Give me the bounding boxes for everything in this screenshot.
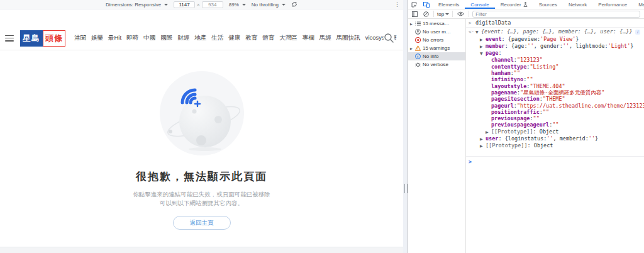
- collapse-arrow-icon[interactable]: ▼: [480, 50, 486, 57]
- tab-sources[interactable]: Sources: [533, 0, 563, 9]
- expander-icon[interactable]: ▶: [409, 22, 413, 26]
- info-badge-icon[interactable]: i: [635, 30, 640, 35]
- sidebar-filter-no-user-m-[interactable]: No user m…: [408, 28, 465, 36]
- console-text-segment: "Listing": [530, 64, 558, 70]
- console-text-segment: '': [563, 43, 569, 49]
- tab-performance[interactable]: Performance: [592, 0, 633, 9]
- tab-label: Performance: [598, 2, 627, 8]
- console-text-segment: contenttype: [491, 64, 526, 70]
- devtools-splitter[interactable]: [403, 0, 408, 253]
- console-tree-line[interactable]: ▶[[Prototype]]: Object: [466, 142, 644, 149]
- site-logo[interactable]: 星島 頭條: [20, 30, 65, 47]
- throttling-dropdown[interactable]: No throttling: [252, 2, 286, 8]
- console-tree-line: pagesitesection: "THEME": [466, 96, 644, 102]
- nav-item-3[interactable]: 即時: [126, 34, 138, 42]
- sidebar-filter-no-errors[interactable]: No errors: [408, 36, 465, 44]
- console-text-segment: }: [595, 135, 598, 142]
- nav-item-13[interactable]: 專欄: [303, 34, 314, 42]
- nav-item-5[interactable]: 國際: [160, 34, 172, 42]
- console-text-segment: digitalData: [475, 20, 511, 26]
- chevron-down-icon: [445, 13, 449, 15]
- console-result-line[interactable]: <·▼{event: {…}, page: {…}, member: {…}, …: [466, 28, 644, 35]
- expand-arrow-icon[interactable]: ▶: [486, 129, 491, 135]
- console-text-segment: : {loginstatus:: [498, 135, 547, 142]
- tab-label: Sources: [539, 2, 557, 8]
- console-text-segment: {event: {…}, page: {…}, member: {…}, use…: [481, 28, 633, 35]
- nav-item-8[interactable]: 生活: [211, 34, 223, 42]
- console-text-segment: pagesitesection: [491, 96, 540, 102]
- tab-elements[interactable]: Elements: [433, 0, 465, 9]
- console-echo-line: >digitalData: [466, 20, 644, 28]
- live-expression-eye-icon[interactable]: [456, 11, 465, 16]
- rotate-icon: [291, 1, 297, 8]
- logo-part-red: 頭條: [43, 30, 65, 47]
- console-sidebar: ▶15 messa…No user m…No errors▶15 warning…: [408, 18, 466, 253]
- zoom-dropdown[interactable]: 89%: [229, 2, 246, 8]
- rotate-viewport-button[interactable]: [291, 1, 297, 8]
- console-tree-line[interactable]: ▼page:: [466, 50, 644, 57]
- console-tree-line[interactable]: ▶event: {pageview: 'Page View'}: [466, 36, 644, 43]
- console-tree-line[interactable]: ▶[[Prototype]]: Object: [466, 128, 644, 135]
- sidebar-filter-no-verbose[interactable]: No verbose: [408, 60, 465, 69]
- tab-network[interactable]: Network: [563, 0, 592, 9]
- nav-item-7[interactable]: 地產: [194, 34, 206, 42]
- dimensions-dropdown[interactable]: Dimensions: Responsive: [106, 2, 168, 8]
- sidebar-filter-no-info[interactable]: No info: [408, 52, 465, 60]
- execution-context-dropdown[interactable]: top: [437, 11, 449, 17]
- nav-item-15[interactable]: 馬圈快訊: [336, 34, 360, 42]
- sidebar-filter-label: No errors: [423, 37, 443, 43]
- hamburger-menu-icon[interactable]: [5, 35, 14, 42]
- clear-console-icon[interactable]: [422, 11, 430, 17]
- tab-console[interactable]: Console: [465, 0, 494, 9]
- sidebar-filter-label: 15 messa…: [423, 21, 450, 26]
- console-sidebar-toggle-icon[interactable]: [411, 11, 419, 17]
- collapse-arrow-icon[interactable]: ▼: [475, 29, 481, 35]
- console-output: >digitalData<·▼{event: {…}, page: {…}, m…: [466, 18, 644, 253]
- nav-item-12[interactable]: 大灣區: [279, 34, 297, 42]
- inspect-element-icon[interactable]: [408, 2, 420, 8]
- chevron-down-icon: [242, 4, 246, 6]
- expander-icon[interactable]: ▶: [409, 47, 413, 50]
- console-tree-line[interactable]: ▶user: {loginstatus: '', memberid: ''}: [466, 135, 644, 142]
- console-text-segment: "": [552, 121, 558, 128]
- expand-arrow-icon[interactable]: ▶: [480, 43, 486, 50]
- nav-item-6[interactable]: 財經: [177, 34, 189, 42]
- tab-recorder[interactable]: Recorder: [495, 0, 533, 9]
- nav-item-1[interactable]: 娛樂: [91, 34, 103, 42]
- input-prompt-icon: >: [467, 20, 475, 26]
- search-icon[interactable]: [384, 33, 394, 43]
- sidebar-filter-15-warnings[interactable]: ▶15 warnings: [408, 44, 465, 52]
- nav-item-9[interactable]: 健康: [228, 34, 240, 42]
- console-filter-input[interactable]: [472, 11, 640, 18]
- sidebar-filter-15-messa-[interactable]: ▶15 messa…: [408, 20, 465, 28]
- sidebar-filter-label: No info: [423, 53, 438, 59]
- toolbar-more-menu[interactable]: ⋮: [394, 0, 400, 9]
- nav-item-4[interactable]: 中國: [143, 34, 155, 42]
- console-text-segment: page: [486, 50, 498, 56]
- expand-arrow-icon[interactable]: ▶: [480, 37, 486, 43]
- console-text-segment: member: [486, 43, 505, 49]
- error-404-section: 很抱歉，無法顯示此頁面 你點擊進來的連結可能已失效，或頁面可能已被移除 可以到以…: [0, 71, 403, 230]
- console-prompt: >: [466, 156, 644, 165]
- expand-arrow-icon[interactable]: ▶: [480, 143, 486, 149]
- back-to-home-button[interactable]: 返回主頁: [173, 216, 231, 230]
- nav-item-14[interactable]: 馬經: [319, 34, 331, 42]
- console-toolbar: top: [408, 9, 644, 19]
- tab-label: Network: [569, 2, 587, 8]
- tab-me[interactable]: Me: [633, 0, 644, 9]
- console-tree-line: pageurl: "https://uat.stheadline.com/the…: [466, 103, 644, 109]
- nav-item-11[interactable]: 體育: [262, 34, 274, 42]
- console-tree-line: channel: "123123": [466, 57, 644, 63]
- console-text-segment: "星島頭條-全面網羅多元優質內容": [520, 89, 604, 96]
- expand-arrow-icon[interactable]: ▶: [480, 136, 486, 142]
- viewport-width-input[interactable]: [174, 1, 195, 8]
- warn-icon: [415, 45, 421, 51]
- console-text-segment: "": [543, 109, 549, 115]
- viewport-height-input[interactable]: [202, 1, 223, 8]
- nav-item-10[interactable]: 教育: [245, 34, 257, 42]
- nav-item-0[interactable]: 港聞: [74, 34, 86, 42]
- console-tree-line[interactable]: ▶member: {age: '', gender: '', lightmode…: [466, 43, 644, 50]
- device-toolbar-toggle-icon[interactable]: [420, 2, 433, 8]
- nav-item-2[interactable]: 最Hit: [108, 34, 121, 42]
- dimensions-label: Dimensions: Responsive: [106, 2, 161, 8]
